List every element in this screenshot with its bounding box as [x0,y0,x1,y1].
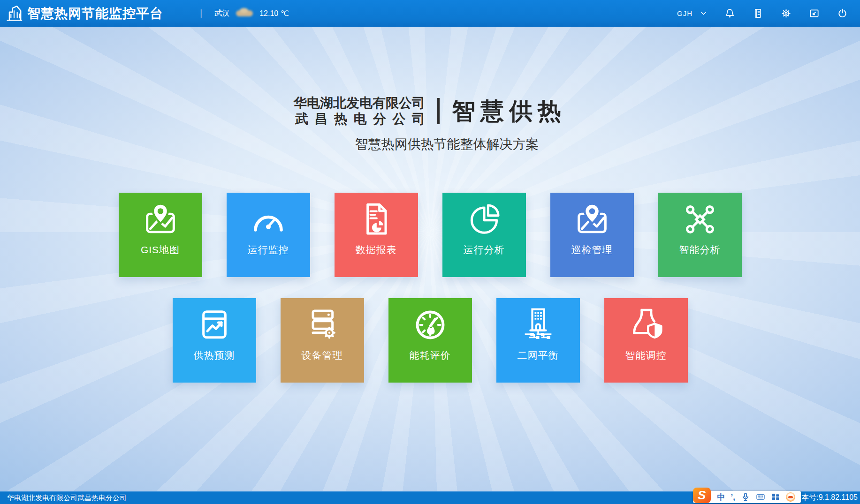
pie-chart-icon [465,201,503,238]
tile-label: 能耗评价 [410,349,451,362]
company-name: 华电湖北发电有限公司 武昌热电分公司 [294,95,425,127]
tile-label: 二网平衡 [518,349,559,362]
company-line2: 武昌热电分公司 [294,111,432,127]
tile-label: 设备管理 [302,349,343,362]
user-name: GJH [677,9,693,17]
chevron-down-icon [700,10,707,17]
module-tiles: GIS地图 运行监控 数据报表 运行分析 巡检管理 智能分析 [0,193,860,383]
tile-label: GIS地图 [141,243,180,256]
ime-toolbar: S 中 ’, [693,491,801,503]
app-title: 智慧热网节能监控平台 [27,5,163,23]
app-logo-icon [5,4,23,23]
top-bar: 智慧热网节能监控平台 | 武汉 12.10 ℃ GJH [0,0,860,27]
gear-icon[interactable] [781,8,792,19]
tile-pie-chart-3[interactable]: 运行分析 [442,193,526,277]
tile-label: 数据报表 [356,243,397,256]
topbar-separator: | [200,8,202,19]
exit-fullscreen-icon[interactable] [809,8,820,19]
weather-city: 武汉 [214,8,229,18]
version-text: 本号:9.1.82.1105 [801,493,858,503]
server-gear-icon [304,306,341,344]
gauge-icon [250,201,287,238]
ime-punctuation[interactable]: ’, [731,493,735,501]
tile-energy-gauge-2[interactable]: 能耗评价 [388,298,472,383]
tower-shield-icon [627,306,665,344]
tile-building-network-3[interactable]: 二网平衡 [496,298,580,383]
weather-temperature: 12.10 ℃ [259,9,289,18]
tile-map-pin-4[interactable]: 巡检管理 [550,193,634,277]
topbar-actions: GJH [677,8,860,19]
forecast-chart-icon [196,306,233,344]
ime-mode-chinese[interactable]: 中 [717,493,725,501]
brand-title: 智慧供热 [452,96,566,127]
building-network-icon [519,306,557,344]
tile-server-gear-1[interactable]: 设备管理 [281,298,364,383]
tile-label: 巡检管理 [571,243,613,256]
tile-label: 供热预测 [194,349,235,362]
tile-map-pin-0[interactable]: GIS地图 [119,193,202,277]
keyboard-icon[interactable] [756,492,765,502]
network-icon [681,201,719,238]
tile-tower-shield-4[interactable]: 智能调控 [604,298,688,383]
toolbox-grid-icon[interactable] [771,492,780,502]
app-screen: 智慧热网节能监控平台 | 武汉 12.10 ℃ GJH [0,0,860,504]
hero-subtitle: 智慧热网供热节能整体解决方案 [355,135,539,153]
energy-gauge-icon [411,306,449,344]
tile-label: 智能分析 [679,243,721,256]
tile-report-pie-2[interactable]: 数据报表 [335,193,418,277]
weather-cloud-icon [236,10,253,16]
statusbar-company: 华电湖北发电有限公司武昌热电分公司 [7,494,127,503]
tile-label: 智能调控 [625,349,667,362]
hero-divider [437,98,440,124]
report-pie-icon [358,201,395,238]
tile-forecast-chart-0[interactable]: 供热预测 [173,298,256,383]
tile-label: 运行分析 [464,243,505,256]
microphone-icon[interactable] [741,492,750,502]
map-pin-icon [573,201,611,238]
report-list-icon[interactable] [753,8,763,19]
tile-gauge-1[interactable]: 运行监控 [227,193,310,277]
company-line1: 华电湖北发电有限公司 [294,96,425,110]
tile-row-2: 供热预测 设备管理 能耗评价 二网平衡 [0,298,860,383]
tile-label: 运行监控 [248,243,289,256]
user-menu[interactable]: GJH [677,9,707,17]
emoji-face-icon[interactable] [786,492,795,502]
hero-section: 华电湖北发电有限公司 武昌热电分公司 智慧供热 智慧热网供热节能整体解决方案 [0,95,860,153]
map-pin-icon [142,201,179,238]
tile-row-1: GIS地图 运行监控 数据报表 运行分析 巡检管理 智能分析 [0,193,860,277]
tile-network-5[interactable]: 智能分析 [658,193,742,277]
sogou-logo-icon[interactable]: S [693,488,711,503]
bell-icon[interactable] [724,8,735,19]
power-icon[interactable] [837,8,848,19]
